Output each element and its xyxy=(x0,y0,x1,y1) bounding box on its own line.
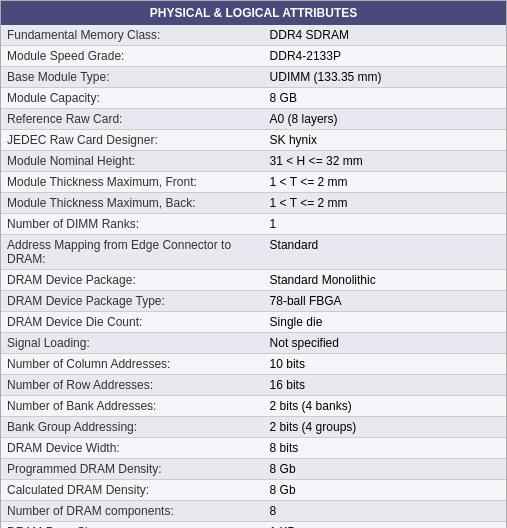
row-label: DRAM Page Size: xyxy=(1,522,264,528)
physical-logical-attributes-table: PHYSICAL & LOGICAL ATTRIBUTES Fundamenta… xyxy=(0,0,507,528)
table-body: Fundamental Memory Class:DDR4 SDRAMModul… xyxy=(1,25,506,528)
row-label: DRAM Device Die Count: xyxy=(1,312,264,332)
table-row: Module Capacity:8 GB xyxy=(1,88,506,109)
row-value: Standard xyxy=(264,235,506,269)
table-row: Reference Raw Card:A0 (8 layers) xyxy=(1,109,506,130)
table-row: Module Nominal Height:31 < H <= 32 mm xyxy=(1,151,506,172)
table-title: PHYSICAL & LOGICAL ATTRIBUTES xyxy=(150,6,358,20)
row-label: Module Thickness Maximum, Front: xyxy=(1,172,264,192)
row-label: Number of DIMM Ranks: xyxy=(1,214,264,234)
table-row: Fundamental Memory Class:DDR4 SDRAM xyxy=(1,25,506,46)
table-row: Module Thickness Maximum, Back:1 < T <= … xyxy=(1,193,506,214)
row-label: JEDEC Raw Card Designer: xyxy=(1,130,264,150)
row-label: Reference Raw Card: xyxy=(1,109,264,129)
row-value: 1 < T <= 2 mm xyxy=(264,193,506,213)
row-value: 8 Gb xyxy=(264,480,506,500)
table-row: Programmed DRAM Density:8 Gb xyxy=(1,459,506,480)
row-label: Number of Row Addresses: xyxy=(1,375,264,395)
row-label: Signal Loading: xyxy=(1,333,264,353)
table-row: DRAM Device Width:8 bits xyxy=(1,438,506,459)
row-label: Address Mapping from Edge Connector to D… xyxy=(1,235,264,269)
table-row: Number of DRAM components:8 xyxy=(1,501,506,522)
row-value: 1 xyxy=(264,214,506,234)
table-row: Number of Column Addresses:10 bits xyxy=(1,354,506,375)
table-row: Module Speed Grade:DDR4-2133P xyxy=(1,46,506,67)
table-header: PHYSICAL & LOGICAL ATTRIBUTES xyxy=(1,1,506,25)
table-row: DRAM Device Die Count:Single die xyxy=(1,312,506,333)
row-value: Standard Monolithic xyxy=(264,270,506,290)
row-value: 78-ball FBGA xyxy=(264,291,506,311)
row-value: 1 < T <= 2 mm xyxy=(264,172,506,192)
table-row: DRAM Device Package:Standard Monolithic xyxy=(1,270,506,291)
table-row: Address Mapping from Edge Connector to D… xyxy=(1,235,506,270)
row-label: Bank Group Addressing: xyxy=(1,417,264,437)
row-value: 10 bits xyxy=(264,354,506,374)
table-row: Module Thickness Maximum, Front:1 < T <=… xyxy=(1,172,506,193)
row-label: Module Thickness Maximum, Back: xyxy=(1,193,264,213)
row-label: DRAM Device Width: xyxy=(1,438,264,458)
row-label: Number of Column Addresses: xyxy=(1,354,264,374)
table-row: Number of Row Addresses:16 bits xyxy=(1,375,506,396)
row-value: SK hynix xyxy=(264,130,506,150)
row-value: 2 bits (4 banks) xyxy=(264,396,506,416)
row-label: DRAM Device Package: xyxy=(1,270,264,290)
row-value: A0 (8 layers) xyxy=(264,109,506,129)
table-row: Bank Group Addressing:2 bits (4 groups) xyxy=(1,417,506,438)
row-label: Number of DRAM components: xyxy=(1,501,264,521)
table-row: JEDEC Raw Card Designer:SK hynix xyxy=(1,130,506,151)
row-label: Fundamental Memory Class: xyxy=(1,25,264,45)
row-value: 8 GB xyxy=(264,88,506,108)
row-value: 8 xyxy=(264,501,506,521)
row-label: Number of Bank Addresses: xyxy=(1,396,264,416)
row-label: Module Nominal Height: xyxy=(1,151,264,171)
row-value: UDIMM (133.35 mm) xyxy=(264,67,506,87)
table-row: Number of DIMM Ranks:1 xyxy=(1,214,506,235)
table-row: DRAM Page Size:1 KB xyxy=(1,522,506,528)
table-row: Signal Loading:Not specified xyxy=(1,333,506,354)
row-label: Base Module Type: xyxy=(1,67,264,87)
row-value: DDR4-2133P xyxy=(264,46,506,66)
row-value: 16 bits xyxy=(264,375,506,395)
row-value: Not specified xyxy=(264,333,506,353)
row-label: Programmed DRAM Density: xyxy=(1,459,264,479)
table-row: DRAM Device Package Type:78-ball FBGA xyxy=(1,291,506,312)
table-row: Calculated DRAM Density:8 Gb xyxy=(1,480,506,501)
row-label: Calculated DRAM Density: xyxy=(1,480,264,500)
row-value: 8 bits xyxy=(264,438,506,458)
row-label: Module Speed Grade: xyxy=(1,46,264,66)
table-row: Number of Bank Addresses:2 bits (4 banks… xyxy=(1,396,506,417)
row-label: Module Capacity: xyxy=(1,88,264,108)
row-value: 1 KB xyxy=(264,522,506,528)
row-value: 2 bits (4 groups) xyxy=(264,417,506,437)
row-value: 8 Gb xyxy=(264,459,506,479)
row-value: 31 < H <= 32 mm xyxy=(264,151,506,171)
row-value: Single die xyxy=(264,312,506,332)
row-label: DRAM Device Package Type: xyxy=(1,291,264,311)
row-value: DDR4 SDRAM xyxy=(264,25,506,45)
table-row: Base Module Type:UDIMM (133.35 mm) xyxy=(1,67,506,88)
